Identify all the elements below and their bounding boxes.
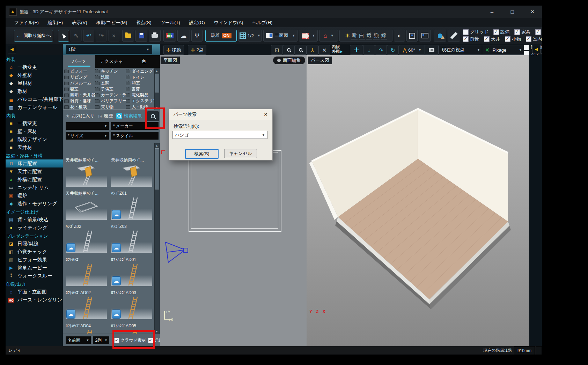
scrollbar-thumb[interactable] xyxy=(155,74,159,92)
menu-item[interactable]: 表示(V) xyxy=(67,18,91,27)
line-toggle[interactable]: 線 xyxy=(381,32,387,39)
sidebar-item[interactable]: 日照/斜線 xyxy=(6,240,63,248)
part-item[interactable]: 天井収納用ﾊｼｺﾞ... xyxy=(66,191,110,224)
panel-tab[interactable]: パーツ xyxy=(63,55,95,68)
sidebar-item[interactable]: 内装 xyxy=(6,112,63,119)
sort-dropdown[interactable]: 名前順 ▼ xyxy=(66,336,91,344)
checkbox[interactable] xyxy=(463,29,469,35)
select-tool-button[interactable] xyxy=(58,30,69,42)
sidebar-item[interactable]: 色覚チェック xyxy=(6,248,63,256)
undo-button[interactable]: ↶ xyxy=(83,30,94,42)
category-item[interactable]: バリアフリー xyxy=(95,98,126,104)
category-item[interactable]: リビング xyxy=(64,74,95,80)
sidebar-item[interactable]: イメージ仕上げ xyxy=(6,208,63,216)
screen-layout-button[interactable] xyxy=(419,30,431,42)
favorites-filter[interactable]: ★ お気に入り xyxy=(66,113,95,119)
category-item[interactable]: 雑貨・趣味 xyxy=(64,98,95,104)
voice-button[interactable]: Ψ xyxy=(191,30,203,42)
back-to-floorplan-button[interactable]: ← 間取り編集へ xyxy=(14,30,53,42)
close-button[interactable]: ✕ xyxy=(525,7,539,17)
sidebar-item[interactable]: 一括変更 xyxy=(6,119,63,127)
category-item[interactable]: ダイニング xyxy=(126,68,155,74)
display-toggle[interactable]: 設備 xyxy=(493,29,509,35)
open-file-button[interactable] xyxy=(122,30,134,42)
sidebar-item[interactable]: 敷材 xyxy=(6,87,63,95)
snap-toggle-button[interactable]: 吸着 ON xyxy=(205,30,237,42)
parts-scrollbar[interactable]: ▲ ▼ xyxy=(154,143,160,334)
size-filter-dropdown[interactable]: * サイズ ▼ xyxy=(66,132,109,140)
redo-button[interactable]: ↷ xyxy=(96,30,107,42)
right-panel-collapse-button[interactable]: ◀ xyxy=(532,45,541,53)
category-item[interactable]: 花・植栽 xyxy=(64,104,95,109)
sidebar-item[interactable]: 外構に配置 xyxy=(6,176,63,184)
line-toggle[interactable]: 強 xyxy=(373,32,380,39)
sidebar-item[interactable]: 天井に配置 xyxy=(6,167,63,176)
filter-dropdown-blank[interactable]: ▼ xyxy=(66,122,109,130)
camera-cone-icon[interactable] xyxy=(163,239,191,267)
minimize-button[interactable]: – xyxy=(485,7,499,17)
part-item[interactable]: ﾛﾌﾄﾊｼｺﾞ xyxy=(66,257,110,290)
checkbox[interactable] xyxy=(505,36,510,42)
menu-item[interactable]: ヘルプ(H) xyxy=(248,18,277,27)
perspective-viewport[interactable]: パース図 Y Z X xyxy=(307,55,529,346)
line-toggle[interactable]: 断 xyxy=(351,32,358,39)
sidebar-item[interactable]: カーテンウォール xyxy=(6,103,63,111)
category-item[interactable]: 電化製品 xyxy=(126,92,155,98)
view-angle-dropdown[interactable]: ⋀ 60° ▼ xyxy=(399,45,425,55)
sidebar-item[interactable]: 外装 xyxy=(6,56,63,63)
part-item[interactable]: ﾛﾌﾄﾊｼｺﾞAD01 xyxy=(111,257,154,290)
sidebar-item[interactable]: 設備・家具・外構 xyxy=(6,152,63,159)
scroll-up-icon[interactable]: ▲ xyxy=(155,143,159,148)
menu-item[interactable]: 編集(E) xyxy=(43,18,67,27)
presentation-board-button[interactable]: pbd xyxy=(163,30,176,42)
pan-button[interactable] xyxy=(350,45,363,55)
search-button[interactable]: 検索(S) xyxy=(185,149,219,159)
zoom-out-button[interactable] xyxy=(295,45,307,55)
part-item[interactable]: ﾛﾌﾄﾊｼｺﾞAD02 xyxy=(66,290,110,323)
roof-display-dropdown[interactable]: ⌂ ▼ xyxy=(319,30,338,42)
category-item[interactable]: トイレ xyxy=(126,74,155,80)
move-tool-button[interactable]: ✛ 移動 xyxy=(163,45,184,55)
sidebar-item[interactable]: ウォークスルー xyxy=(6,272,63,280)
checkbox[interactable] xyxy=(463,36,469,42)
category-item[interactable]: バスルーム xyxy=(64,80,95,86)
multi-select-button[interactable]: ⇖ xyxy=(71,30,82,42)
search-term-input[interactable]: ハシゴ ▼ xyxy=(172,131,267,139)
menu-item[interactable]: 移動/コピー(M) xyxy=(92,18,132,27)
display-toggle[interactable]: 小物 xyxy=(505,36,521,42)
category-item[interactable]: エクステリア xyxy=(126,98,155,104)
brightness-button[interactable]: ◐ xyxy=(394,30,405,42)
two-view-dropdown[interactable]: 二面図 ▼ xyxy=(263,30,297,42)
floor-dropdown[interactable]: 1階 ▼ xyxy=(66,45,152,54)
drop-camera-button[interactable]: ↓ xyxy=(363,45,375,55)
camera-button[interactable] xyxy=(425,45,439,55)
print-button[interactable] xyxy=(149,30,161,42)
scrollbar-thumb[interactable] xyxy=(155,148,159,189)
sidebar-item[interactable]: 造作・モデリング xyxy=(6,200,63,208)
display-toggle[interactable]: 前景 xyxy=(463,36,479,42)
category-item[interactable]: 玄関 xyxy=(95,80,126,86)
sidebar-item[interactable]: ビフォー効果 xyxy=(6,256,63,264)
sidebar-item[interactable]: バルコニー/共用廊下 xyxy=(6,95,63,103)
sidebar-item[interactable]: 外壁材 xyxy=(6,71,63,79)
category-item[interactable]: 書斎 xyxy=(126,86,155,92)
display-toggle[interactable]: 外構 xyxy=(535,29,542,35)
display-toggle[interactable]: 天井 xyxy=(484,36,500,42)
view-preset-dropdown[interactable]: 現在の視点 ▼ xyxy=(439,45,483,55)
pixage-dropdown[interactable]: ✕ Pixage ▼ xyxy=(482,45,525,55)
checkbox[interactable] xyxy=(514,29,520,35)
line-toggle[interactable]: 透 xyxy=(366,32,372,39)
sidebar-item[interactable]: 一括変更 xyxy=(6,63,63,71)
save-button[interactable] xyxy=(135,30,147,42)
category-item[interactable]: キッチン xyxy=(95,68,126,74)
columns-dropdown[interactable]: 2列 ▼ xyxy=(93,336,109,344)
scroll-up-icon[interactable]: ▲ xyxy=(155,69,159,73)
menu-item[interactable]: 設定(O) xyxy=(185,18,210,27)
maximize-button[interactable]: □ xyxy=(505,7,519,17)
measure-button[interactable] xyxy=(448,30,460,42)
checkbox[interactable] xyxy=(535,29,541,35)
sidebar-item[interactable]: 天井材 xyxy=(6,143,63,151)
zoom-in-button[interactable] xyxy=(283,45,295,55)
cloud-upload-button[interactable]: ☁ xyxy=(177,30,190,42)
sidebar-item[interactable]: パース・レンダリング xyxy=(6,296,63,304)
